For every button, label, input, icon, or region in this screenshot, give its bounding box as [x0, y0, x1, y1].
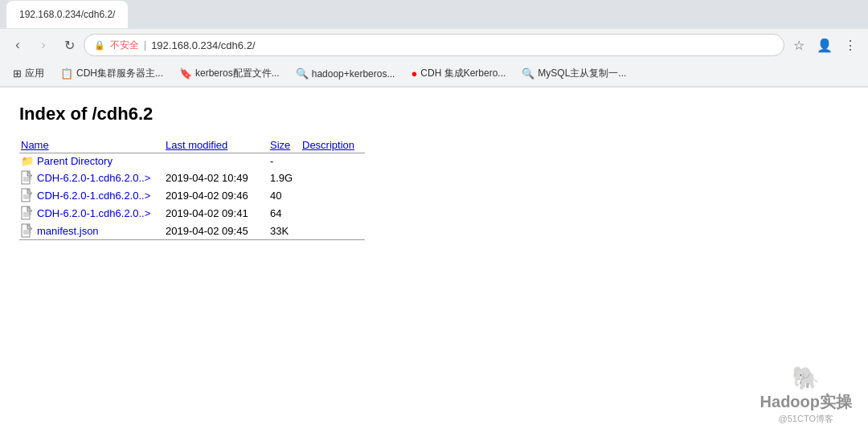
file-name-cell: CDH-6.2.0-1.cdh6.2.0..> — [19, 186, 164, 204]
page-content: Index of /cdh6.2 Name Last modified Size… — [0, 88, 868, 256]
bookmark-apps-label: 应用 — [25, 67, 44, 80]
bookmark-mysql[interactable]: 🔍 MySQL主从复制一... — [515, 64, 633, 83]
tab-bar: 192.168.0.234/cdh6.2/ — [0, 0, 868, 29]
bookmark-cdh-kerberos[interactable]: ● CDH 集成Kerbero... — [404, 64, 512, 83]
account-button[interactable]: 👤 — [813, 34, 836, 56]
table-row: CDH-6.2.0-1.cdh6.2.0..>2019-04-02 10:491… — [19, 169, 365, 186]
file-modified-cell: 2019-04-02 10:49 — [164, 169, 268, 186]
security-label: 不安全 — [110, 39, 139, 52]
parent-folder-icon: 📁 — [21, 155, 34, 167]
nav-bar: ‹ › ↻ 🔒 不安全 | 192.168.0.234/cdh6.2/ ☆ 👤 … — [0, 29, 868, 61]
bookmark-kerberos-label: kerberos配置文件... — [195, 67, 280, 80]
col-header-size[interactable]: Size — [268, 137, 301, 153]
bookmark-hadoop-kerberos[interactable]: 🔍 hadoop+kerberos... — [289, 65, 402, 82]
file-desc-cell — [301, 204, 365, 222]
file-name-cell: CDH-6.2.0-1.cdh6.2.0..> — [19, 204, 164, 222]
table-row: 📁Parent Directory- — [19, 153, 365, 169]
file-link[interactable]: CDH-6.2.0-1.cdh6.2.0..> — [21, 170, 158, 185]
menu-button[interactable]: ⋮ — [839, 34, 862, 56]
parent-directory-link[interactable]: 📁Parent Directory — [21, 155, 158, 167]
file-size-cell: - — [268, 153, 301, 169]
url-text: 192.168.0.234/cdh6.2/ — [151, 39, 774, 51]
file-desc-cell — [301, 153, 365, 169]
file-icon — [21, 223, 34, 238]
mysql-icon: 🔍 — [522, 67, 534, 80]
cdh-icon: 📋 — [60, 67, 73, 80]
file-name-text: CDH-6.2.0-1.cdh6.2.0..> — [37, 190, 150, 202]
file-link[interactable]: CDH-6.2.0-1.cdh6.2.0..> — [21, 206, 158, 220]
file-desc-cell — [301, 169, 365, 186]
bookmark-mysql-label: MySQL主从复制一... — [538, 67, 626, 80]
file-modified-cell — [164, 153, 268, 169]
file-size-cell: 1.9G — [268, 169, 301, 186]
file-name-cell: manifest.json — [19, 222, 164, 240]
apps-icon: ⊞ — [13, 67, 22, 80]
hadoop-kerberos-icon: 🔍 — [296, 67, 309, 80]
separator: | — [144, 39, 146, 51]
file-icon — [21, 188, 34, 202]
browser-chrome: 192.168.0.234/cdh6.2/ ‹ › ↻ 🔒 不安全 | 192.… — [0, 0, 868, 88]
bookmarks-bar: ⊞ 应用 📋 CDH集群服务器主... 🔖 kerberos配置文件... 🔍 … — [0, 61, 868, 87]
page-title: Index of /cdh6.2 — [19, 104, 849, 125]
bookmark-apps[interactable]: ⊞ 应用 — [6, 64, 51, 83]
active-tab[interactable]: 192.168.0.234/cdh6.2/ — [6, 1, 128, 28]
file-modified-cell: 2019-04-02 09:46 — [164, 186, 268, 204]
forward-button[interactable]: › — [32, 34, 55, 56]
file-name-text: CDH-6.2.0-1.cdh6.2.0..> — [37, 207, 150, 219]
bookmark-cdh[interactable]: 📋 CDH集群服务器主... — [54, 64, 170, 83]
col-header-description[interactable]: Description — [301, 137, 365, 153]
security-icon: 🔒 — [94, 40, 105, 51]
file-link[interactable]: CDH-6.2.0-1.cdh6.2.0..> — [21, 188, 158, 202]
bookmark-cdh-label: CDH集群服务器主... — [76, 67, 163, 80]
bookmark-cdh-kerberos-label: CDH 集成Kerbero... — [420, 67, 506, 80]
table-header-row: Name Last modified Size Description — [19, 137, 365, 153]
cdh-kerberos-icon: ● — [411, 67, 417, 80]
file-modified-cell: 2019-04-02 09:41 — [164, 204, 268, 222]
file-table: Name Last modified Size Description 📁Par… — [19, 137, 365, 240]
file-name-text: CDH-6.2.0-1.cdh6.2.0..> — [37, 172, 150, 184]
file-size-cell: 33K — [268, 222, 301, 240]
file-name-text: Parent Directory — [37, 155, 113, 167]
back-button[interactable]: ‹ — [6, 34, 29, 56]
file-name-text: manifest.json — [37, 225, 99, 237]
address-bar[interactable]: 🔒 不安全 | 192.168.0.234/cdh6.2/ — [84, 34, 784, 56]
kerberos-icon: 🔖 — [179, 67, 192, 80]
bookmark-hadoop-kerberos-label: hadoop+kerberos... — [312, 68, 395, 80]
file-desc-cell — [301, 222, 365, 240]
table-row: CDH-6.2.0-1.cdh6.2.0..>2019-04-02 09:416… — [19, 204, 365, 222]
bookmark-star-button[interactable]: ☆ — [788, 34, 810, 56]
file-name-cell: CDH-6.2.0-1.cdh6.2.0..> — [19, 169, 164, 186]
file-name-cell: 📁Parent Directory — [19, 153, 164, 169]
table-row: CDH-6.2.0-1.cdh6.2.0..>2019-04-02 09:464… — [19, 186, 365, 204]
col-header-name[interactable]: Name — [19, 137, 164, 153]
file-desc-cell — [301, 186, 365, 204]
file-modified-cell: 2019-04-02 09:45 — [164, 222, 268, 240]
file-size-cell: 40 — [268, 186, 301, 204]
reload-button[interactable]: ↻ — [58, 34, 80, 56]
file-link[interactable]: manifest.json — [21, 223, 158, 238]
col-header-modified[interactable]: Last modified — [164, 137, 268, 153]
file-size-cell: 64 — [268, 204, 301, 222]
file-icon — [21, 206, 34, 220]
file-icon — [21, 170, 34, 185]
bookmark-kerberos[interactable]: 🔖 kerberos配置文件... — [173, 64, 286, 83]
table-row: manifest.json2019-04-02 09:4533K — [19, 222, 365, 240]
tab-title: 192.168.0.234/cdh6.2/ — [19, 9, 115, 20]
